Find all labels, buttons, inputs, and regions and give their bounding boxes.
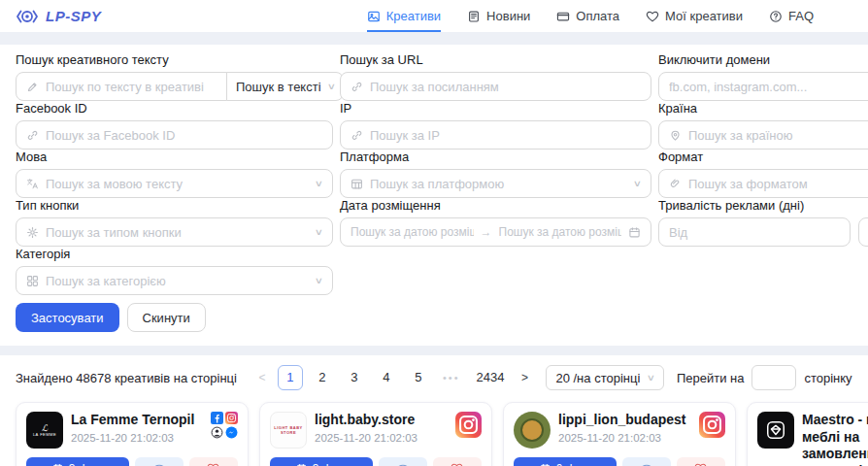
facebook-id-input[interactable] bbox=[16, 120, 333, 150]
field-placement-date: Дата розміщення Пошук за датою розміщенн… bbox=[340, 198, 651, 247]
nav-tab-payment[interactable]: Оплата bbox=[556, 0, 619, 32]
field-label: Facebook ID bbox=[16, 101, 333, 116]
field-label: Дата розміщення bbox=[340, 198, 651, 213]
country-field[interactable] bbox=[688, 128, 868, 143]
creative-card[interactable]: ℒ LA FEMME La Femme Ternopil 2025-11-20 … bbox=[16, 402, 249, 466]
logo[interactable]: LP-SPY bbox=[16, 7, 101, 26]
heart-icon bbox=[646, 10, 659, 23]
nav-label: Оплата bbox=[576, 9, 619, 23]
field-label: Виключити домени bbox=[658, 52, 868, 67]
instagram-icon bbox=[699, 412, 725, 438]
pagination-bar: Знайдено 48678 креативів на сторінці < 1… bbox=[16, 365, 868, 390]
nav-label: FAQ bbox=[788, 9, 814, 23]
page-button-3[interactable]: 3 bbox=[342, 365, 367, 390]
category-select[interactable]: Пошук за категорією ∨ bbox=[16, 266, 333, 295]
link-icon bbox=[26, 129, 39, 142]
favorite-button[interactable] bbox=[433, 457, 482, 466]
avatar bbox=[757, 412, 794, 449]
field-label: Мова bbox=[16, 150, 333, 164]
credit-card-icon bbox=[556, 10, 570, 23]
calendar-icon bbox=[628, 226, 641, 239]
field-facebook-id: Facebook ID bbox=[16, 101, 333, 150]
url-input[interactable] bbox=[340, 72, 651, 101]
avatar: LIGHT BABY STORE bbox=[270, 412, 307, 449]
days-active-button[interactable]: 3 days bbox=[270, 457, 373, 466]
field-country: Країна bbox=[658, 101, 868, 150]
instagram-icon bbox=[455, 412, 482, 438]
platform-select[interactable]: Пошук за платформою ∨ bbox=[340, 169, 651, 198]
ip-input[interactable] bbox=[340, 120, 651, 150]
link-icon bbox=[351, 81, 363, 93]
duration-from-field[interactable] bbox=[669, 225, 840, 240]
nav-tab-creatives[interactable]: Креативи bbox=[367, 0, 441, 32]
url-field[interactable] bbox=[370, 80, 641, 94]
favorite-button[interactable] bbox=[677, 457, 725, 466]
nav-tab-my-creatives[interactable]: Мої креативи bbox=[646, 0, 743, 32]
avatar bbox=[514, 412, 551, 449]
exclude-domains-input[interactable] bbox=[658, 72, 868, 101]
creative-card[interactable]: lippi_lion_budapest 2025-11-20 21:02:03 … bbox=[503, 402, 736, 466]
language-select[interactable]: Пошук за мовою тексту ∨ bbox=[16, 169, 333, 198]
field-url: Пошук за URL bbox=[340, 52, 651, 101]
translate-icon bbox=[26, 178, 39, 190]
days-active-button[interactable]: 0 days bbox=[514, 457, 617, 466]
chevron-down-icon: ∨ bbox=[633, 179, 642, 188]
creative-title[interactable]: light.baby.store bbox=[315, 412, 448, 429]
creative-card[interactable]: LIGHT BABY STORE light.baby.store 2025-1… bbox=[259, 402, 492, 466]
prev-page-icon[interactable]: < bbox=[253, 371, 271, 384]
favorite-button[interactable] bbox=[189, 457, 238, 466]
duration-to-input[interactable] bbox=[858, 217, 868, 247]
platform-grid-icon bbox=[351, 178, 363, 190]
page-button-5[interactable]: 5 bbox=[406, 365, 431, 390]
view-button[interactable] bbox=[135, 457, 184, 466]
goto-label: Перейти на bbox=[677, 371, 745, 385]
creative-text-field[interactable] bbox=[46, 80, 217, 94]
creative-text-input[interactable] bbox=[16, 72, 227, 101]
country-input[interactable] bbox=[658, 120, 868, 150]
duration-from-input[interactable] bbox=[658, 217, 851, 247]
apply-button[interactable]: Застосувати bbox=[16, 303, 119, 332]
creative-date: 2025-11-20 21:02:03 bbox=[71, 432, 203, 444]
creatives-list: ℒ LA FEMME La Femme Ternopil 2025-11-20 … bbox=[16, 402, 868, 466]
reset-button[interactable]: Скинути bbox=[127, 303, 206, 332]
creative-title[interactable]: La Femme Ternopil bbox=[71, 412, 203, 429]
creative-card[interactable]: Maestro - кухні, меблі на замовлення в У… bbox=[747, 402, 868, 466]
next-page-icon[interactable]: > bbox=[516, 371, 533, 384]
pencil-icon bbox=[26, 81, 39, 93]
social-icons bbox=[211, 412, 238, 439]
button-type-select[interactable]: Пошук за типом кнопки ∨ bbox=[16, 217, 333, 247]
page-ellipsis[interactable]: ••• bbox=[438, 365, 465, 390]
select-placeholder: Пошук за платформою bbox=[370, 177, 627, 191]
nav-tab-faq[interactable]: FAQ bbox=[769, 0, 814, 32]
field-format: Формат bbox=[658, 150, 868, 198]
paperclip-icon bbox=[669, 178, 682, 190]
days-active-button[interactable]: 3 days bbox=[26, 457, 129, 466]
creative-title[interactable]: Maestro - кухні, меблі на замовлення в У… bbox=[802, 412, 868, 466]
placement-date-range-picker[interactable]: Пошук за датою розміщення → Пошук за дат… bbox=[340, 217, 651, 247]
format-field[interactable] bbox=[688, 177, 868, 191]
top-header: LP-SPY Креативи Новини Оплата bbox=[0, 0, 868, 32]
field-label: Формат bbox=[658, 150, 868, 164]
select-placeholder: Пошук за категорією bbox=[46, 274, 309, 288]
page-button-2[interactable]: 2 bbox=[310, 365, 335, 390]
nav-tab-news[interactable]: Новини bbox=[467, 0, 530, 32]
filters-panel: Пошук креативного тексту Пошук в тексті … bbox=[0, 45, 868, 346]
page-button-last[interactable]: 2434 bbox=[472, 365, 510, 390]
view-button[interactable] bbox=[379, 457, 427, 466]
page-size-select[interactable]: 20 /на сторінці ∨ bbox=[546, 365, 663, 390]
chevron-down-icon: ∨ bbox=[315, 179, 323, 188]
instagram-icon bbox=[225, 412, 238, 424]
ip-field[interactable] bbox=[370, 128, 641, 143]
goto-page-input[interactable] bbox=[751, 365, 796, 390]
page-button-4[interactable]: 4 bbox=[374, 365, 399, 390]
format-input[interactable] bbox=[658, 169, 868, 198]
exclude-domains-field[interactable] bbox=[669, 80, 868, 94]
creative-date: 2025-11-20 21:02:03 bbox=[558, 432, 691, 444]
creative-title[interactable]: lippi_lion_budapest bbox=[558, 412, 691, 429]
creative-text-mode-select[interactable]: Пошук в тексті ∨ bbox=[226, 72, 344, 101]
view-button[interactable] bbox=[622, 457, 671, 466]
chevron-down-icon: ∨ bbox=[315, 276, 323, 285]
page-button-1[interactable]: 1 bbox=[278, 365, 303, 390]
audience-network-icon bbox=[211, 426, 223, 439]
facebook-id-field[interactable] bbox=[46, 128, 322, 143]
